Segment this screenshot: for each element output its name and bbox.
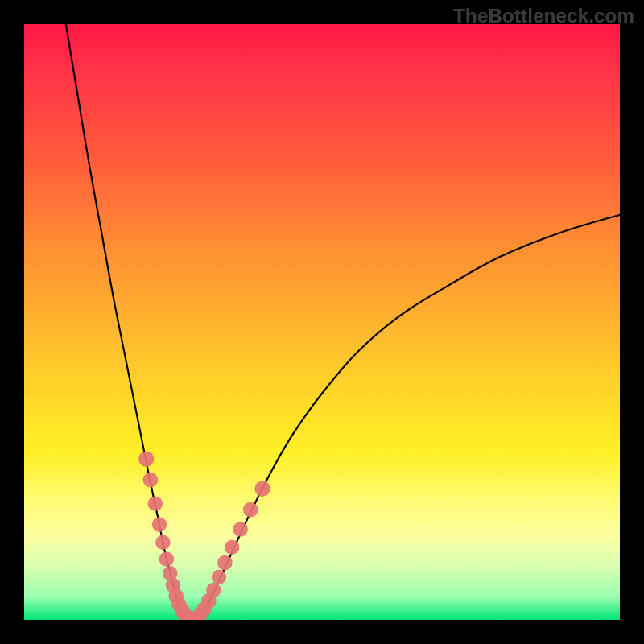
chart-svg xyxy=(24,24,620,620)
highlight-dot xyxy=(212,569,227,584)
watermark-label: TheBottleneck.com xyxy=(453,5,634,27)
v-curve xyxy=(66,24,620,620)
highlight-dot xyxy=(138,452,154,467)
highlight-dot xyxy=(217,555,233,571)
highlight-dot xyxy=(225,539,240,555)
highlight-dot xyxy=(143,473,159,488)
highlight-dot xyxy=(254,481,270,497)
highlight-dot xyxy=(233,522,248,537)
scatter-dots xyxy=(138,452,270,621)
highlight-dot xyxy=(206,583,221,598)
chart-frame xyxy=(24,24,620,620)
highlight-dot xyxy=(152,517,167,532)
highlight-dot xyxy=(155,535,171,551)
highlight-dot xyxy=(159,551,175,567)
bottleneck-curve xyxy=(66,24,620,620)
highlight-dot xyxy=(148,496,163,511)
highlight-dot xyxy=(243,502,258,518)
